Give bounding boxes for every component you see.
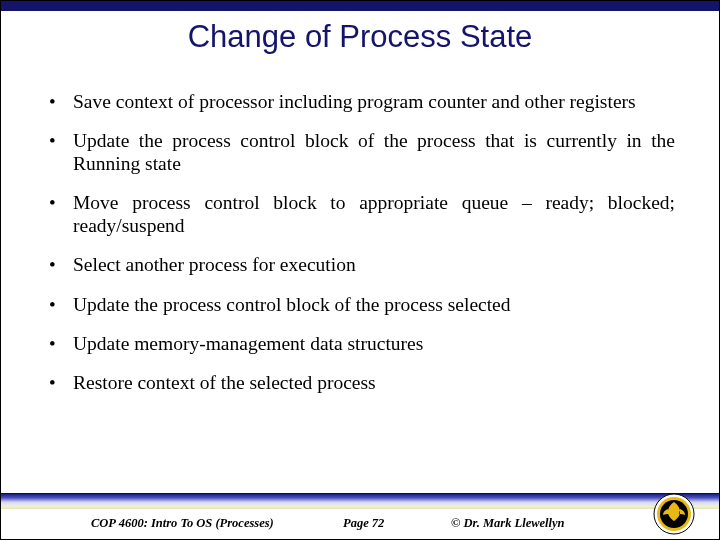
footer-author: © Dr. Mark Llewellyn (451, 516, 565, 531)
footer-course: COP 4600: Intro To OS (Processes) (91, 516, 274, 531)
ucf-pegasus-icon (653, 493, 695, 535)
bullet-item: Update the process control block of the … (45, 294, 675, 316)
top-accent-bar (1, 1, 719, 11)
bullet-item: Move process control block to appropriat… (45, 192, 675, 237)
slide-title: Change of Process State (1, 19, 719, 55)
title-area: Change of Process State (1, 19, 719, 55)
bullet-text: Update the process control block of the … (73, 294, 511, 315)
footer-page: Page 72 (343, 516, 384, 531)
bullet-text: Update the process control block of the … (73, 130, 675, 173)
body-area: Save context of processor including prog… (45, 91, 675, 412)
bullet-item: Restore context of the selected process (45, 372, 675, 394)
bullet-text: Select another process for execution (73, 254, 356, 275)
slide: Change of Process State Save context of … (0, 0, 720, 540)
pegasus-logo-svg (653, 493, 695, 535)
footer-gradient-bar (1, 493, 719, 509)
bullet-item: Save context of processor including prog… (45, 91, 675, 113)
bullet-text: Move process control block to appropriat… (73, 192, 675, 235)
bullet-text: Restore context of the selected process (73, 372, 376, 393)
bullet-item: Update memory-management data structures (45, 333, 675, 355)
bullet-list: Save context of processor including prog… (45, 91, 675, 395)
bullet-item: Select another process for execution (45, 254, 675, 276)
bullet-text: Update memory-management data structures (73, 333, 423, 354)
bullet-text: Save context of processor including prog… (73, 91, 636, 112)
bullet-item: Update the process control block of the … (45, 130, 675, 175)
